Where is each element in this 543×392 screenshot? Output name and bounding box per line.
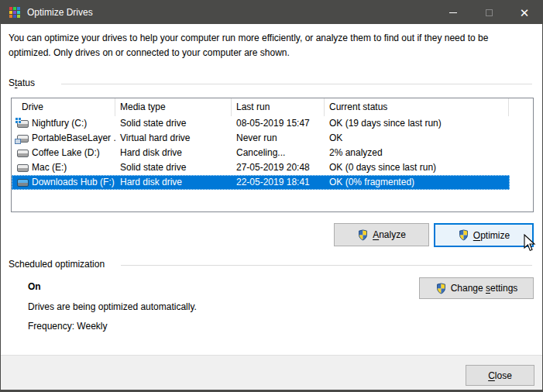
- uac-shield-icon: [357, 229, 369, 241]
- mouse-cursor: [523, 234, 540, 253]
- table-row[interactable]: PortableBaseLayer ...Virtual hard driveN…: [12, 131, 510, 146]
- scheduled-section-label: Scheduled optimization: [9, 259, 105, 270]
- status-section-divider: [61, 84, 532, 84]
- column-header-media-type[interactable]: Media type: [115, 98, 232, 116]
- drive-selected-icon: [17, 179, 29, 187]
- intro-text: You can optimize your drives to help you…: [9, 31, 537, 60]
- close-window-button[interactable]: ✕: [507, 1, 542, 24]
- current-status-cell: 2% analyzed: [325, 146, 510, 160]
- window-controls: ✕: [435, 1, 542, 24]
- analyze-button[interactable]: Analyze: [334, 223, 429, 246]
- titlebar: Optimize Drives ✕: [1, 1, 542, 24]
- scheduled-frequency: Frequency: Weekly: [28, 321, 108, 332]
- media-type-cell: Solid state drive: [115, 160, 232, 175]
- drive-name-cell: PortableBaseLayer ...: [32, 131, 115, 146]
- maximize-button: [471, 1, 507, 24]
- current-status-cell: OK (0 days since last run): [325, 160, 510, 175]
- column-header-drive[interactable]: Drive: [12, 98, 115, 116]
- status-section-label: Status: [9, 77, 35, 88]
- close-button-label: Close: [488, 370, 512, 381]
- virtual-drive-icon: [17, 135, 29, 143]
- scheduled-section-divider: [121, 265, 532, 266]
- drive-icon: [17, 150, 29, 157]
- media-type-cell: Solid state drive: [115, 116, 232, 131]
- drive-name-cell: Downloads Hub (F:): [32, 175, 115, 190]
- scheduled-description: Drives are being optimized automatically…: [28, 301, 197, 312]
- optimize-drives-app-icon: [9, 7, 20, 18]
- media-type-cell: Hard disk drive: [115, 146, 232, 160]
- current-status-cell: OK (0% fragmented): [325, 175, 510, 190]
- scheduled-state: On: [28, 281, 41, 292]
- drives-list: Drive Media type Last run Current status…: [11, 98, 534, 212]
- table-row[interactable]: Downloads Hub (F:)Hard disk drive22-05-2…: [12, 175, 510, 190]
- current-status-cell: OK: [325, 131, 510, 146]
- intro-line: You can optimize your drives to help you…: [9, 31, 537, 46]
- table-row[interactable]: Mac (E:)Solid state drive27-05-2019 20:4…: [12, 160, 510, 175]
- footer-bar: [1, 355, 542, 390]
- optimize-button-label: Optimize: [473, 230, 510, 241]
- drive-windows-icon: [17, 120, 29, 128]
- intro-line: optimized. Only drives on or connected t…: [9, 46, 537, 60]
- optimize-button[interactable]: Optimize: [434, 223, 534, 247]
- last-run-cell: Never run: [232, 131, 325, 146]
- close-button[interactable]: Close: [466, 365, 534, 386]
- media-type-cell: Hard disk drive: [115, 175, 232, 190]
- minimize-button[interactable]: [435, 1, 471, 24]
- close-icon: ✕: [520, 7, 530, 19]
- minimize-icon: [449, 12, 457, 13]
- analyze-button-label: Analyze: [373, 229, 406, 240]
- uac-shield-icon: [435, 283, 447, 294]
- optimize-drives-window: Optimize Drives ✕ You can optimize your …: [0, 0, 543, 392]
- drive-name-cell: Nightfury (C:): [32, 116, 87, 131]
- last-run-cell: 22-05-2019 18:41: [232, 175, 325, 190]
- last-run-cell: 27-05-2019 20:48: [232, 160, 325, 175]
- last-run-cell: Canceling...: [232, 146, 325, 160]
- media-type-cell: Virtual hard drive: [115, 131, 232, 146]
- column-header-current-status[interactable]: Current status: [325, 98, 509, 116]
- window-title: Optimize Drives: [27, 7, 93, 18]
- drive-name-cell: Mac (E:): [32, 160, 67, 175]
- change-settings-button-label: Change settings: [451, 283, 518, 294]
- column-header-last-run[interactable]: Last run: [232, 98, 325, 116]
- last-run-cell: 08-05-2019 15:47: [232, 116, 325, 131]
- drives-list-rows: Nightfury (C:)Solid state drive08-05-201…: [12, 116, 533, 190]
- table-row[interactable]: Coffee Lake (D:)Hard disk driveCanceling…: [12, 146, 510, 160]
- table-row[interactable]: Nightfury (C:)Solid state drive08-05-201…: [12, 116, 510, 131]
- uac-shield-icon: [458, 229, 469, 241]
- current-status-cell: OK (19 days since last run): [325, 116, 510, 131]
- maximize-icon: [486, 9, 493, 16]
- drive-name-cell: Coffee Lake (D:): [32, 146, 100, 160]
- drive-icon: [17, 164, 29, 172]
- change-settings-button[interactable]: Change settings: [419, 277, 534, 299]
- drives-list-header: Drive Media type Last run Current status: [12, 98, 533, 116]
